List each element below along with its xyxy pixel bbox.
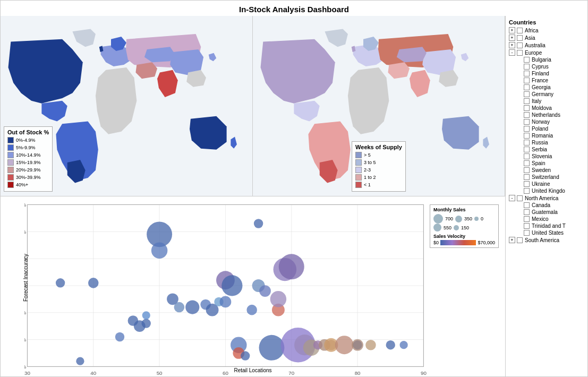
sidebar-tree: +Africa+Asia+Australia-EuropeBulgariaCyp… — [509, 27, 584, 243]
sidebar-parent-australia[interactable]: +Australia — [509, 42, 584, 48]
sidebar-parent-south-america[interactable]: +South America — [509, 237, 584, 243]
tree-checkbox-ukraine[interactable] — [524, 181, 530, 187]
tree-toggle-europe[interactable]: - — [509, 49, 515, 56]
tree-checkbox-france[interactable] — [524, 78, 530, 83]
legend-item-6: 40%+ — [7, 182, 49, 188]
tree-checkbox-europe[interactable] — [517, 50, 523, 56]
sidebar-parent-europe[interactable]: -Europe — [509, 49, 584, 56]
rlegend-color-2 — [355, 167, 362, 173]
rlegend-color-4 — [355, 182, 362, 188]
map-right: Weeks of Supply > 5 3 to 5 2-3 — [253, 16, 505, 196]
tree-label-spain: Spain — [532, 160, 546, 166]
tree-toggle-north america[interactable]: - — [509, 195, 515, 201]
sidebar-child-france[interactable]: France — [509, 78, 584, 83]
tree-label-ukraine: Ukraine — [532, 181, 550, 187]
sidebar-child-mexico[interactable]: Mexico — [509, 216, 584, 222]
svg-text:50: 50 — [157, 370, 163, 376]
map-mideast — [135, 62, 157, 79]
tree-checkbox-switzerland[interactable] — [524, 174, 530, 180]
legend-label-6: 40%+ — [16, 182, 28, 187]
tree-checkbox-russia[interactable] — [524, 140, 530, 145]
tree-checkbox-poland[interactable] — [524, 126, 530, 132]
sidebar-child-canada[interactable]: Canada — [509, 202, 584, 208]
right-panel: Countries +Africa+Asia+Australia-EuropeB… — [505, 16, 587, 376]
sidebar-child-russia[interactable]: Russia — [509, 140, 584, 145]
sidebar-child-italy[interactable]: Italy — [509, 98, 584, 104]
tree-checkbox-netherlands[interactable] — [524, 112, 530, 118]
svg-point-35 — [142, 319, 151, 328]
svg-point-70 — [365, 340, 376, 350]
sidebar-parent-asia[interactable]: +Asia — [509, 35, 584, 41]
rlegend-label-4: < 1 — [364, 182, 371, 187]
tree-checkbox-trinidad-and-t[interactable] — [524, 223, 530, 229]
svg-point-45 — [220, 296, 232, 308]
tree-checkbox-guatemala[interactable] — [524, 209, 530, 215]
tree-checkbox-bulgaria[interactable] — [524, 57, 530, 63]
tree-checkbox-south-america[interactable] — [517, 237, 523, 243]
tree-checkbox-slovenia[interactable] — [524, 153, 530, 159]
sidebar-child-serbia[interactable]: Serbia — [509, 147, 584, 152]
svg-point-72 — [400, 341, 408, 349]
legend-color-6 — [7, 182, 14, 188]
sidebar-child-switzerland[interactable]: Switzerland — [509, 174, 584, 180]
sidebar-child-romania[interactable]: Romania — [509, 133, 584, 139]
sidebar-child-germany[interactable]: Germany — [509, 91, 584, 97]
ms-0: 0 — [481, 216, 483, 221]
sidebar-child-united-kingdo[interactable]: United Kingdo — [509, 188, 584, 194]
legend-item-2: 10%-14.9% — [7, 152, 49, 158]
rmap-north-america — [261, 39, 335, 104]
sidebar-child-ukraine[interactable]: Ukraine — [509, 181, 584, 187]
sidebar-child-sweden[interactable]: Sweden — [509, 167, 584, 173]
sidebar-child-norway[interactable]: Norway — [509, 119, 584, 125]
tree-checkbox-moldova[interactable] — [524, 105, 530, 111]
svg-text:70: 70 — [288, 370, 294, 376]
tree-checkbox-africa[interactable] — [517, 28, 523, 33]
tree-toggle-australia[interactable]: + — [509, 42, 515, 48]
tree-label-canada: Canada — [532, 202, 550, 208]
sidebar-child-united-states[interactable]: United States — [509, 230, 584, 236]
rlegend-label-1: 3 to 5 — [364, 160, 376, 165]
tree-checkbox-united-kingdo[interactable] — [524, 188, 530, 194]
map-sea — [186, 70, 206, 87]
tree-checkbox-canada[interactable] — [524, 202, 530, 208]
sidebar-child-trinidad-and-t[interactable]: Trinidad and T — [509, 223, 584, 229]
tree-checkbox-cyprus[interactable] — [524, 64, 530, 70]
sidebar-child-spain[interactable]: Spain — [509, 160, 584, 166]
sidebar-child-moldova[interactable]: Moldova — [509, 105, 584, 111]
tree-toggle-south america[interactable]: + — [509, 237, 515, 243]
svg-point-59 — [279, 254, 304, 279]
tree-checkbox-germany[interactable] — [524, 91, 530, 97]
sidebar-child-netherlands[interactable]: Netherlands — [509, 112, 584, 118]
rlegend-label-0: > 5 — [364, 152, 371, 158]
tree-checkbox-serbia[interactable] — [524, 147, 530, 152]
tree-checkbox-norway[interactable] — [524, 119, 530, 125]
sidebar-child-slovenia[interactable]: Slovenia — [509, 153, 584, 159]
sidebar-child-georgia[interactable]: Georgia — [509, 84, 584, 90]
sidebar-child-poland[interactable]: Poland — [509, 126, 584, 132]
tree-checkbox-georgia[interactable] — [524, 84, 530, 90]
tree-toggle-asia[interactable]: + — [509, 35, 515, 41]
svg-text:60%: 60% — [24, 202, 27, 208]
tree-label-finland: Finland — [532, 71, 549, 76]
legend-label-5: 30%-39.9% — [16, 175, 41, 180]
sidebar-child-finland[interactable]: Finland — [509, 71, 584, 76]
sidebar-child-cyprus[interactable]: Cyprus — [509, 64, 584, 70]
tree-checkbox-north-america[interactable] — [517, 195, 523, 201]
tree-checkbox-italy[interactable] — [524, 98, 530, 104]
tree-checkbox-australia[interactable] — [517, 42, 523, 48]
tree-checkbox-asia[interactable] — [517, 35, 523, 41]
svg-point-52 — [254, 219, 263, 228]
tree-checkbox-spain[interactable] — [524, 160, 530, 166]
tree-label-united-states: United States — [532, 230, 564, 236]
tree-checkbox-united-states[interactable] — [524, 230, 530, 236]
tree-checkbox-mexico[interactable] — [524, 216, 530, 222]
tree-checkbox-romania[interactable] — [524, 133, 530, 139]
sidebar-child-bulgaria[interactable]: Bulgaria — [509, 57, 584, 63]
tree-toggle-africa[interactable]: + — [509, 27, 515, 33]
sidebar-parent-africa[interactable]: +Africa — [509, 27, 584, 33]
sidebar-child-guatemala[interactable]: Guatemala — [509, 209, 584, 215]
rlegend-item-0: > 5 — [355, 152, 402, 158]
sidebar-parent-north-america[interactable]: -North America — [509, 195, 584, 201]
tree-checkbox-sweden[interactable] — [524, 167, 530, 173]
tree-checkbox-finland[interactable] — [524, 71, 530, 76]
